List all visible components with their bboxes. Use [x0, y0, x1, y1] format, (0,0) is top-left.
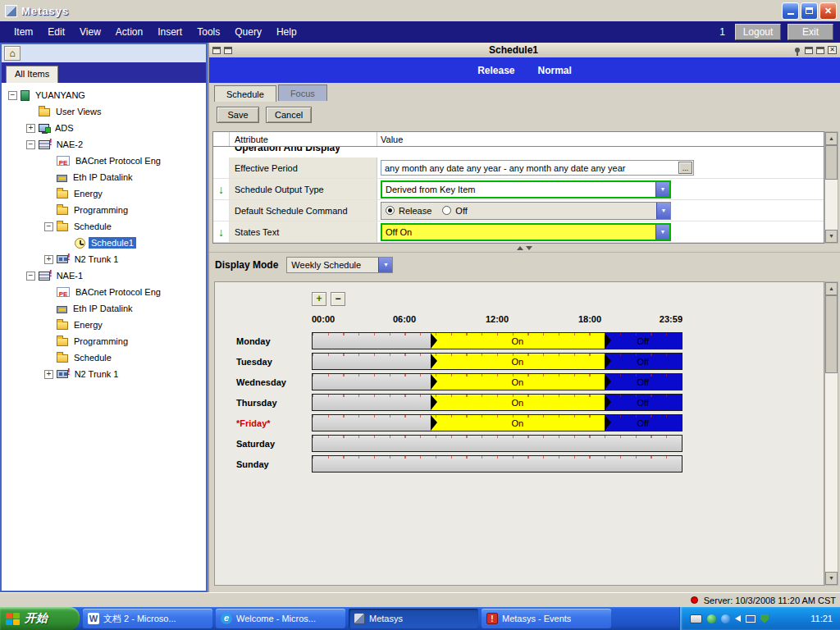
schedule-segment-on[interactable]: On [431, 415, 605, 431]
add-event-button[interactable]: + [312, 292, 326, 306]
display-icon[interactable] [746, 615, 756, 623]
tree-item-schedule[interactable]: −Schedule [2, 218, 206, 235]
schedule-scrollbar[interactable]: ▲ ▼ [824, 281, 838, 586]
network-status-icon[interactable] [721, 614, 730, 623]
chevron-down-icon[interactable]: ▼ [656, 203, 670, 219]
schedule-segment-unscheduled[interactable] [313, 374, 431, 390]
tree-item-schedule[interactable]: Schedule [2, 349, 206, 366]
tree-item-label[interactable]: Eth IP Datalink [71, 171, 135, 183]
tree-item-user-views[interactable]: User Views [2, 103, 206, 120]
tree-expander-minus[interactable]: − [8, 91, 17, 100]
effective-period-field[interactable]: any month any date any year - any month … [381, 160, 694, 176]
radio-release[interactable] [386, 206, 395, 215]
tree-item-eth-ip-datalink[interactable]: Eth IP Datalink [2, 169, 206, 185]
schedule-segment-unscheduled[interactable] [313, 415, 431, 431]
taskbar-task-metasys-events[interactable]: ! Metasys - Events [482, 609, 611, 628]
scroll-down-icon[interactable]: ▼ [825, 572, 838, 585]
tree-item-label[interactable]: Energy [71, 188, 105, 199]
tab-all-items[interactable]: All Items [6, 66, 58, 83]
exit-button[interactable]: Exit [788, 24, 833, 40]
splitter-down-icon[interactable] [526, 246, 532, 250]
tree-item-nae-1[interactable]: −!NAE-1 [2, 267, 206, 284]
tree-item-label[interactable]: Schedule1 [89, 237, 136, 249]
schedule-segment-on[interactable]: On [431, 374, 605, 390]
chevron-down-icon[interactable]: ▼ [655, 182, 669, 197]
close-button[interactable]: ✕ [819, 2, 837, 20]
display-mode-dropdown[interactable]: Weekly Schedule ▼ [286, 257, 393, 273]
radio-off[interactable] [442, 206, 451, 215]
tree-item-label[interactable]: NAE-2 [54, 139, 85, 150]
schedule-bar[interactable]: OnOff [312, 414, 682, 431]
logout-button[interactable]: Logout [735, 24, 781, 40]
tree-item-energy[interactable]: Energy [2, 317, 206, 333]
schedule-segment-on[interactable]: On [431, 395, 605, 410]
tree-expander-plus[interactable]: + [44, 370, 53, 379]
tree-item-label[interactable]: BACnet Protocol Eng [73, 286, 163, 298]
input-method-icon[interactable] [690, 614, 702, 623]
taskbar-task-ie[interactable]: e Welcome - Micros... [216, 609, 345, 628]
volume-icon[interactable] [735, 615, 741, 622]
tree-item-label[interactable]: N2 Trunk 1 [72, 368, 121, 380]
cancel-button[interactable]: Cancel [266, 107, 312, 123]
pane-splitter[interactable] [209, 244, 840, 252]
menu-insert[interactable]: Insert [150, 23, 189, 41]
start-button[interactable]: 开始 [0, 607, 80, 630]
minimize-button[interactable] [782, 2, 799, 20]
tree-item-label[interactable]: User Views [53, 106, 103, 117]
tree-item-yuanyang[interactable]: −YUANYANG [2, 87, 206, 103]
tree-item-bacnet-protocol-eng[interactable]: BACnet Protocol Eng [2, 153, 206, 169]
schedule-segment-on[interactable]: On [431, 333, 605, 349]
schedule-bar[interactable]: OnOff [312, 353, 682, 370]
restore-down-icon[interactable] [212, 47, 221, 54]
new-window-icon[interactable] [224, 47, 232, 54]
schedule-bar[interactable] [312, 455, 682, 472]
schedule-segment-off[interactable]: Off [605, 415, 682, 431]
tree-item-eth-ip-datalink[interactable]: Eth IP Datalink [2, 300, 206, 317]
menu-action[interactable]: Action [108, 23, 150, 41]
schedule-segment-unscheduled[interactable] [313, 354, 431, 369]
default-schedule-command-combo[interactable]: Release Off ▼ [381, 202, 671, 220]
tree-item-label[interactable]: Energy [71, 319, 105, 331]
minimize-pane-icon[interactable] [805, 47, 813, 54]
states-text-dropdown[interactable]: Off On ▼ [381, 223, 671, 241]
tree-item-label[interactable]: BACnet Protocol Eng [73, 155, 163, 167]
close-pane-icon[interactable]: ✕ [828, 46, 837, 54]
tree-item-bacnet-protocol-eng[interactable]: BACnet Protocol Eng [2, 284, 206, 300]
taskbar-task-word[interactable]: W 文档 2 - Microso... [83, 609, 212, 628]
tree-item-label[interactable]: NAE-1 [54, 270, 85, 281]
tree-item-nae-2[interactable]: −!NAE-2 [2, 136, 206, 153]
scroll-up-icon[interactable]: ▲ [825, 282, 838, 295]
tree-expander-plus[interactable]: + [26, 124, 35, 133]
chevron-down-icon[interactable]: ▼ [378, 258, 392, 272]
menu-view[interactable]: View [72, 23, 108, 41]
schedule-bar[interactable]: OnOff [312, 373, 682, 390]
scroll-up-icon[interactable]: ▲ [825, 132, 838, 145]
save-button[interactable]: Save [217, 107, 259, 123]
tree-item-label[interactable]: Programming [71, 336, 130, 347]
restore-button[interactable] [801, 2, 818, 20]
tree-item-label[interactable]: Schedule [71, 352, 114, 363]
maximize-pane-icon[interactable] [816, 47, 824, 54]
tree-item-energy[interactable]: Energy [2, 185, 206, 202]
menu-edit[interactable]: Edit [40, 23, 72, 41]
messenger-icon[interactable] [707, 614, 716, 623]
schedule-segment-off[interactable]: Off [605, 354, 682, 369]
menu-help[interactable]: Help [269, 23, 304, 41]
splitter-up-icon[interactable] [517, 246, 523, 250]
schedule-segment-unscheduled[interactable] [313, 333, 431, 349]
schedule-bar[interactable]: OnOff [312, 394, 682, 411]
tab-schedule[interactable]: Schedule [214, 85, 276, 102]
tree-expander-minus[interactable]: − [26, 140, 35, 149]
tree-item-programming[interactable]: Programming [2, 333, 206, 349]
menu-query[interactable]: Query [227, 23, 269, 41]
table-scrollbar[interactable]: ▲ ▼ [824, 131, 838, 244]
tree-item-ads[interactable]: +ADS [2, 120, 206, 136]
tree-item-label[interactable]: N2 Trunk 1 [72, 253, 121, 265]
tree-item-n2-trunk-1[interactable]: +!N2 Trunk 1 [2, 366, 206, 382]
tree-item-label[interactable]: Schedule [71, 221, 114, 232]
remove-event-button[interactable]: − [331, 292, 345, 306]
scroll-down-icon[interactable]: ▼ [825, 230, 838, 243]
schedule-segment-on[interactable]: On [431, 354, 605, 369]
tab-focus[interactable]: Focus [278, 84, 327, 101]
scroll-thumb[interactable] [825, 295, 838, 373]
